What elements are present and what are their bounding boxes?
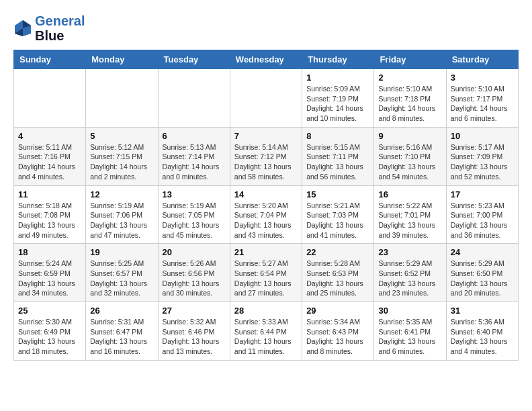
calendar-cell	[86, 69, 158, 128]
weekday-header-thursday: Thursday	[302, 50, 374, 69]
day-number: 17	[451, 189, 514, 199]
day-info: Sunrise: 5:18 AM Sunset: 7:08 PM Dayligh…	[18, 201, 81, 240]
day-info: Sunrise: 5:27 AM Sunset: 6:54 PM Dayligh…	[234, 259, 298, 298]
calendar-cell: 3Sunrise: 5:10 AM Sunset: 7:17 PM Daylig…	[446, 69, 518, 128]
day-info: Sunrise: 5:34 AM Sunset: 6:43 PM Dayligh…	[306, 317, 369, 357]
calendar-cell	[158, 69, 230, 128]
day-info: Sunrise: 5:13 AM Sunset: 7:14 PM Dayligh…	[163, 142, 226, 182]
day-info: Sunrise: 5:16 AM Sunset: 7:10 PM Dayligh…	[378, 142, 441, 182]
calendar-cell: 25Sunrise: 5:30 AM Sunset: 6:49 PM Dayli…	[14, 302, 86, 361]
calendar-table: SundayMondayTuesdayWednesdayThursdayFrid…	[13, 50, 519, 361]
calendar-cell: 6Sunrise: 5:13 AM Sunset: 7:14 PM Daylig…	[158, 127, 230, 185]
calendar-week-row: 25Sunrise: 5:30 AM Sunset: 6:49 PM Dayli…	[14, 302, 519, 361]
calendar-week-row: 18Sunrise: 5:24 AM Sunset: 6:59 PM Dayli…	[14, 244, 519, 302]
day-number: 20	[163, 247, 226, 257]
day-info: Sunrise: 5:35 AM Sunset: 6:41 PM Dayligh…	[378, 317, 441, 357]
calendar-cell: 18Sunrise: 5:24 AM Sunset: 6:59 PM Dayli…	[14, 244, 86, 302]
day-number: 30	[378, 306, 441, 316]
calendar-header-row: SundayMondayTuesdayWednesdayThursdayFrid…	[14, 50, 519, 69]
day-number: 10	[451, 131, 514, 141]
day-info: Sunrise: 5:25 AM Sunset: 6:57 PM Dayligh…	[90, 259, 153, 298]
day-info: Sunrise: 5:28 AM Sunset: 6:53 PM Dayligh…	[306, 259, 369, 298]
day-info: Sunrise: 5:19 AM Sunset: 7:05 PM Dayligh…	[163, 201, 226, 240]
day-number: 21	[234, 247, 298, 257]
day-info: Sunrise: 5:22 AM Sunset: 7:01 PM Dayligh…	[378, 201, 441, 240]
calendar-cell	[230, 69, 302, 128]
calendar-cell: 9Sunrise: 5:16 AM Sunset: 7:10 PM Daylig…	[374, 127, 446, 185]
day-number: 29	[306, 306, 369, 316]
logo: General Blue	[13, 13, 85, 43]
day-number: 25	[18, 306, 81, 316]
page-header: General Blue	[13, 13, 519, 43]
day-number: 23	[378, 247, 441, 257]
calendar-cell: 5Sunrise: 5:12 AM Sunset: 7:15 PM Daylig…	[86, 127, 158, 185]
calendar-cell: 26Sunrise: 5:31 AM Sunset: 6:47 PM Dayli…	[86, 302, 158, 361]
calendar-cell: 29Sunrise: 5:34 AM Sunset: 6:43 PM Dayli…	[302, 302, 374, 361]
day-number: 9	[378, 131, 441, 141]
day-number: 13	[163, 189, 226, 199]
weekday-header-sunday: Sunday	[14, 50, 86, 69]
calendar-cell: 7Sunrise: 5:14 AM Sunset: 7:12 PM Daylig…	[230, 127, 302, 185]
calendar-cell: 28Sunrise: 5:33 AM Sunset: 6:44 PM Dayli…	[230, 302, 302, 361]
logo-text: General	[35, 13, 85, 28]
day-info: Sunrise: 5:30 AM Sunset: 6:49 PM Dayligh…	[18, 317, 81, 357]
calendar-cell: 22Sunrise: 5:28 AM Sunset: 6:53 PM Dayli…	[302, 244, 374, 302]
calendar-cell: 17Sunrise: 5:23 AM Sunset: 7:00 PM Dayli…	[446, 185, 518, 244]
day-number: 26	[90, 306, 153, 316]
day-number: 6	[163, 131, 226, 141]
calendar-cell: 4Sunrise: 5:11 AM Sunset: 7:16 PM Daylig…	[14, 127, 86, 185]
calendar-week-row: 4Sunrise: 5:11 AM Sunset: 7:16 PM Daylig…	[14, 127, 519, 185]
calendar-cell: 24Sunrise: 5:29 AM Sunset: 6:50 PM Dayli…	[446, 244, 518, 302]
weekday-header-monday: Monday	[86, 50, 158, 69]
day-info: Sunrise: 5:20 AM Sunset: 7:04 PM Dayligh…	[234, 201, 298, 240]
calendar-cell: 30Sunrise: 5:35 AM Sunset: 6:41 PM Dayli…	[374, 302, 446, 361]
day-info: Sunrise: 5:10 AM Sunset: 7:18 PM Dayligh…	[378, 84, 441, 124]
day-info: Sunrise: 5:33 AM Sunset: 6:44 PM Dayligh…	[234, 317, 298, 357]
day-info: Sunrise: 5:24 AM Sunset: 6:59 PM Dayligh…	[18, 259, 81, 298]
calendar-cell: 11Sunrise: 5:18 AM Sunset: 7:08 PM Dayli…	[14, 185, 86, 244]
day-info: Sunrise: 5:09 AM Sunset: 7:19 PM Dayligh…	[306, 84, 369, 124]
calendar-cell: 21Sunrise: 5:27 AM Sunset: 6:54 PM Dayli…	[230, 244, 302, 302]
calendar-cell: 14Sunrise: 5:20 AM Sunset: 7:04 PM Dayli…	[230, 185, 302, 244]
day-number: 31	[451, 306, 514, 316]
day-number: 8	[306, 131, 369, 141]
logo-subtext: Blue	[35, 28, 85, 43]
day-number: 7	[234, 131, 298, 141]
day-info: Sunrise: 5:10 AM Sunset: 7:17 PM Dayligh…	[451, 84, 514, 124]
day-info: Sunrise: 5:19 AM Sunset: 7:06 PM Dayligh…	[90, 201, 153, 240]
calendar-cell: 13Sunrise: 5:19 AM Sunset: 7:05 PM Dayli…	[158, 185, 230, 244]
day-number: 24	[451, 247, 514, 257]
day-info: Sunrise: 5:23 AM Sunset: 7:00 PM Dayligh…	[451, 201, 514, 240]
calendar-week-row: 11Sunrise: 5:18 AM Sunset: 7:08 PM Dayli…	[14, 185, 519, 244]
calendar-cell: 16Sunrise: 5:22 AM Sunset: 7:01 PM Dayli…	[374, 185, 446, 244]
day-info: Sunrise: 5:32 AM Sunset: 6:46 PM Dayligh…	[163, 317, 226, 357]
calendar-cell: 8Sunrise: 5:15 AM Sunset: 7:11 PM Daylig…	[302, 127, 374, 185]
calendar-cell: 10Sunrise: 5:17 AM Sunset: 7:09 PM Dayli…	[446, 127, 518, 185]
logo-icon	[13, 19, 32, 38]
day-info: Sunrise: 5:12 AM Sunset: 7:15 PM Dayligh…	[90, 142, 153, 182]
calendar-cell: 20Sunrise: 5:26 AM Sunset: 6:56 PM Dayli…	[158, 244, 230, 302]
calendar-cell: 31Sunrise: 5:36 AM Sunset: 6:40 PM Dayli…	[446, 302, 518, 361]
day-number: 16	[378, 189, 441, 199]
calendar-cell	[14, 69, 86, 128]
day-info: Sunrise: 5:26 AM Sunset: 6:56 PM Dayligh…	[163, 259, 226, 298]
day-number: 15	[306, 189, 369, 199]
day-info: Sunrise: 5:29 AM Sunset: 6:50 PM Dayligh…	[451, 259, 514, 298]
calendar-cell: 19Sunrise: 5:25 AM Sunset: 6:57 PM Dayli…	[86, 244, 158, 302]
weekday-header-wednesday: Wednesday	[230, 50, 302, 69]
day-info: Sunrise: 5:14 AM Sunset: 7:12 PM Dayligh…	[234, 142, 298, 182]
calendar-cell: 2Sunrise: 5:10 AM Sunset: 7:18 PM Daylig…	[374, 69, 446, 128]
day-info: Sunrise: 5:29 AM Sunset: 6:52 PM Dayligh…	[378, 259, 441, 298]
weekday-header-friday: Friday	[374, 50, 446, 69]
day-number: 1	[306, 73, 369, 83]
day-number: 2	[378, 73, 441, 83]
day-number: 5	[90, 131, 153, 141]
day-number: 27	[163, 306, 226, 316]
day-number: 3	[451, 73, 514, 83]
day-info: Sunrise: 5:15 AM Sunset: 7:11 PM Dayligh…	[306, 142, 369, 182]
calendar-cell: 12Sunrise: 5:19 AM Sunset: 7:06 PM Dayli…	[86, 185, 158, 244]
day-number: 11	[18, 189, 81, 199]
calendar-cell: 23Sunrise: 5:29 AM Sunset: 6:52 PM Dayli…	[374, 244, 446, 302]
calendar-week-row: 1Sunrise: 5:09 AM Sunset: 7:19 PM Daylig…	[14, 69, 519, 128]
day-info: Sunrise: 5:21 AM Sunset: 7:03 PM Dayligh…	[306, 201, 369, 240]
